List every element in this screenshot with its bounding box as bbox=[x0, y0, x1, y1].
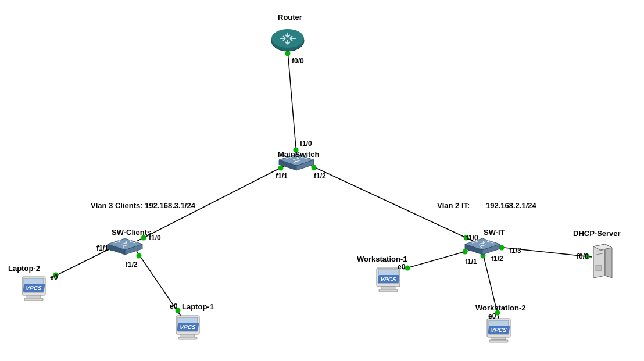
port-swit-f12: f1/2 bbox=[491, 255, 503, 263]
port-laptop2-e0: e0 bbox=[50, 273, 58, 281]
port-swclients-f10: f1/0 bbox=[149, 234, 161, 242]
port-swit-f13: f1/3 bbox=[509, 246, 521, 255]
laptop1-label: Laptop-1 bbox=[182, 302, 214, 311]
port-workstation1-e0: e0 bbox=[398, 263, 405, 271]
port-dhcp-f00: f0/0 bbox=[577, 252, 589, 260]
vlan3-annotation: Vlan 3 Clients: 192.168.3.1/24 bbox=[91, 201, 195, 210]
vlan2-annotation-ip: 192.168.2.1/24 bbox=[486, 201, 536, 210]
port-mainswitch-f11: f1/1 bbox=[276, 172, 288, 180]
port-mainswitch-f12: f1/2 bbox=[314, 172, 326, 180]
laptop1-icon[interactable] bbox=[176, 316, 199, 339]
status-dots bbox=[53, 51, 590, 316]
laptop2-icon[interactable] bbox=[22, 277, 45, 301]
dhcpserver-icon[interactable] bbox=[593, 244, 612, 278]
topology-svg: VPCS bbox=[0, 0, 644, 361]
vlan2-annotation-label: Vlan 2 IT: bbox=[437, 201, 470, 210]
port-workstation2-e0: e0 bbox=[488, 312, 496, 320]
port-mainswitch-f10: f1/0 bbox=[300, 140, 312, 148]
router-icon[interactable] bbox=[271, 29, 304, 51]
workstation1-icon[interactable] bbox=[377, 268, 400, 292]
links-layer bbox=[51, 51, 592, 319]
workstation2-icon[interactable] bbox=[487, 319, 510, 342]
swit-label: SW-IT bbox=[484, 228, 505, 237]
dhcpserver-label: DHCP-Server bbox=[573, 229, 621, 238]
port-router-f00: f0/0 bbox=[292, 57, 304, 65]
port-laptop1-e0: e0 bbox=[170, 302, 177, 310]
workstation2-label: Workstation-2 bbox=[475, 303, 525, 312]
network-topology-canvas: { "devices": { "router": { "label": "Rou… bbox=[0, 0, 644, 361]
port-swit-f11: f1/1 bbox=[465, 258, 477, 266]
mainswitch-label: MainSwitch bbox=[278, 150, 320, 159]
laptop2-label: Laptop-2 bbox=[8, 264, 40, 273]
link-swit-workstation1[interactable] bbox=[403, 250, 471, 269]
port-swit-f10: f1/0 bbox=[466, 234, 478, 242]
workstation1-label: Workstation-1 bbox=[357, 255, 407, 263]
port-swclients-f11: f1/1 bbox=[96, 244, 109, 252]
port-swclients-f12: f1/2 bbox=[126, 260, 138, 269]
router-label: Router bbox=[278, 13, 302, 22]
link-router-mainswitch[interactable] bbox=[288, 51, 296, 154]
swclients-label: SW-Clients bbox=[112, 228, 151, 237]
